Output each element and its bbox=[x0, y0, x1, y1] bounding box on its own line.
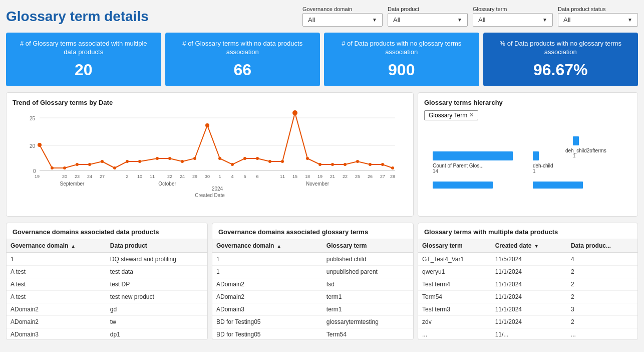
filter-select[interactable]: All ▼ bbox=[302, 13, 383, 27]
table-cell: unpublished parent bbox=[323, 265, 413, 278]
hierarchy-tag-remove[interactable]: ✕ bbox=[469, 112, 474, 118]
table-cell: 11/1/2024 bbox=[491, 315, 567, 328]
table-row: ADomain2fsd bbox=[212, 278, 413, 290]
svg-point-16 bbox=[156, 157, 159, 160]
svg-text:29: 29 bbox=[192, 174, 197, 179]
table3-panel: Glossary terms with multiple data produc… bbox=[418, 223, 638, 340]
svg-rect-76 bbox=[533, 182, 583, 189]
table-row: GT_Test4_Var111/5/20244 bbox=[418, 253, 637, 266]
table-cell: 2 bbox=[567, 315, 637, 328]
table-cell: A test bbox=[7, 278, 106, 290]
table-row: A testtest DP bbox=[7, 278, 207, 290]
table-row: BD for Testing05Term54 bbox=[212, 328, 413, 339]
svg-point-8 bbox=[51, 166, 54, 169]
filter-select[interactable]: All ▼ bbox=[473, 13, 553, 27]
table1: Governance domain ▲ Data product 1DQ ste… bbox=[7, 239, 207, 339]
table-cell: 3 bbox=[567, 303, 637, 315]
table3: Glossary term Created date ▼ Data produc… bbox=[418, 239, 637, 339]
svg-point-23 bbox=[243, 157, 246, 160]
table3-col3[interactable]: Data produc... bbox=[567, 239, 637, 253]
svg-text:10: 10 bbox=[137, 174, 142, 179]
table1-scroll[interactable]: Governance domain ▲ Data product 1DQ ste… bbox=[7, 239, 207, 339]
hierarchy-tag-label: Glossary Term bbox=[429, 112, 467, 119]
table1-panel: Governance domains associated data produ… bbox=[6, 223, 208, 340]
chevron-down-icon: ▼ bbox=[457, 17, 462, 23]
svg-point-9 bbox=[63, 166, 66, 169]
table2-col2[interactable]: Glossary term bbox=[323, 239, 413, 253]
table1-col2[interactable]: Data product bbox=[106, 239, 207, 253]
table3-col2[interactable]: Created date ▼ bbox=[491, 239, 567, 253]
table-cell: 11/1/2024 bbox=[491, 303, 567, 315]
svg-point-10 bbox=[76, 163, 79, 166]
table-cell: ADomain2 bbox=[7, 303, 106, 315]
svg-point-7 bbox=[38, 143, 42, 147]
table-cell: 4 bbox=[567, 253, 637, 266]
trend-chart-title: Trend of Glossary terms by Date bbox=[13, 99, 407, 106]
table-cell: 1 bbox=[212, 253, 323, 266]
tables-row: Governance domains associated data produ… bbox=[6, 223, 638, 340]
table-row: ADomain2gd bbox=[7, 303, 207, 315]
kpi-card: # of Glossary terms associated with mult… bbox=[6, 33, 161, 86]
table-row: ADomain3term1 bbox=[212, 303, 413, 315]
table-cell: A test bbox=[7, 265, 106, 278]
hierarchy-tag[interactable]: Glossary Term ✕ bbox=[424, 110, 478, 120]
table3-col1[interactable]: Glossary term bbox=[418, 239, 491, 253]
svg-text:November: November bbox=[306, 181, 330, 187]
table-cell: BD for Testing05 bbox=[212, 328, 323, 339]
hierarchy-bars: Count of Parent Glos... 14 deh-child 1 d… bbox=[424, 124, 631, 210]
table-row: Test term311/1/20243 bbox=[418, 303, 637, 315]
svg-text:Count of Parent Glos...: Count of Parent Glos... bbox=[433, 163, 484, 168]
table-row: qweryu111/1/20242 bbox=[418, 265, 637, 278]
table3-scroll[interactable]: Glossary term Created date ▼ Data produc… bbox=[418, 239, 637, 339]
table-cell: gd bbox=[106, 303, 207, 315]
table-cell: test new product bbox=[106, 290, 207, 303]
header: Glossary term details Governance domain … bbox=[6, 6, 638, 27]
filter-label: Governance domain bbox=[302, 6, 383, 12]
page-container: Glossary term details Governance domain … bbox=[0, 0, 644, 352]
svg-text:6: 6 bbox=[256, 174, 258, 179]
charts-row: Trend of Glossary terms by Date 25 20 0 bbox=[6, 92, 638, 217]
table-cell: ... bbox=[418, 328, 491, 339]
table-cell: DQ steward and profiling bbox=[106, 253, 207, 266]
svg-text:deh_child2ofterms: deh_child2ofterms bbox=[565, 148, 606, 153]
table2-scroll[interactable]: Governance domain ▲ Glossary term 1publi… bbox=[212, 239, 413, 339]
svg-text:2: 2 bbox=[126, 174, 128, 179]
table-cell: fsd bbox=[323, 278, 413, 290]
kpi-value: 20 bbox=[14, 61, 153, 79]
table-row: ADomain3dp1 bbox=[7, 328, 207, 339]
table-cell: 11/5/2024 bbox=[491, 253, 567, 266]
svg-point-29 bbox=[318, 163, 321, 166]
table-cell: Term54 bbox=[418, 290, 491, 303]
kpi-value: 900 bbox=[332, 61, 471, 79]
table2-title: Governance domains associated glossary t… bbox=[212, 223, 413, 239]
table-cell: test DP bbox=[106, 278, 207, 290]
table1-col1[interactable]: Governance domain ▲ bbox=[7, 239, 106, 253]
filter-select[interactable]: All ▼ bbox=[388, 13, 468, 27]
svg-point-18 bbox=[181, 160, 184, 163]
line-chart: 25 20 0 bbox=[13, 110, 407, 191]
filter-select[interactable]: All ▼ bbox=[558, 13, 638, 27]
table-row: BD for Testing05glossarytermtesting bbox=[212, 315, 413, 328]
table2-col1[interactable]: Governance domain ▲ bbox=[212, 239, 323, 253]
svg-text:deh-child: deh-child bbox=[533, 163, 553, 168]
svg-point-11 bbox=[88, 163, 91, 166]
svg-text:4: 4 bbox=[231, 174, 233, 179]
table-cell: ADomain3 bbox=[7, 328, 106, 339]
sort-icon: ▲ bbox=[277, 244, 281, 249]
svg-text:23: 23 bbox=[75, 174, 80, 179]
trend-chart-svg: 25 20 0 bbox=[13, 110, 407, 191]
kpi-value: 96.67% bbox=[491, 61, 630, 79]
hierarchy-svg: Count of Parent Glos... 14 deh-child 1 d… bbox=[424, 126, 631, 207]
kpi-label: % of Data products with no glossary term… bbox=[491, 40, 630, 57]
svg-text:11: 11 bbox=[280, 174, 285, 179]
svg-rect-72 bbox=[573, 136, 579, 145]
svg-text:30: 30 bbox=[205, 174, 210, 179]
filter-value: All bbox=[478, 16, 485, 24]
svg-point-28 bbox=[306, 157, 309, 160]
filter-value: All bbox=[308, 16, 315, 24]
table-cell: zdv bbox=[418, 315, 491, 328]
svg-rect-69 bbox=[533, 151, 539, 160]
kpi-value: 66 bbox=[173, 61, 312, 79]
svg-point-22 bbox=[231, 163, 234, 166]
table-cell: Term54 bbox=[323, 328, 413, 339]
